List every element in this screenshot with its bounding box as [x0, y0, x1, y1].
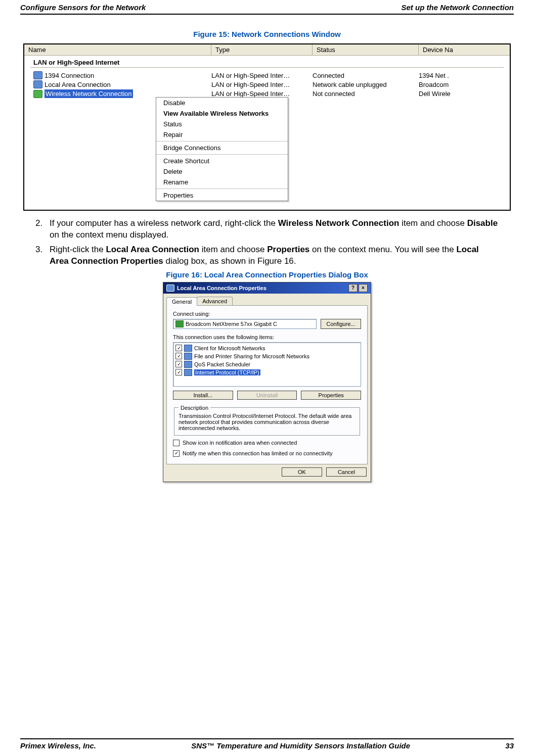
component-icon: [184, 361, 192, 368]
dialog-titlebar[interactable]: Local Area Connection Properties ? ×: [163, 282, 371, 294]
component-icon: [184, 353, 192, 360]
connection-row[interactable]: Local Area Connection LAN or High-Speed …: [24, 80, 510, 89]
dialog-title: Local Area Connection Properties: [177, 285, 266, 291]
component-icon: [184, 369, 192, 376]
configure-button[interactable]: Configure...: [321, 319, 361, 329]
footer-left: Primex Wireless, Inc.: [20, 741, 96, 750]
conn-status: Network cable unplugged: [313, 81, 419, 88]
page-footer: Primex Wireless, Inc. SNS™ Temperature a…: [20, 738, 514, 750]
list-item-selected[interactable]: ✓ Internet Protocol (TCP/IP): [175, 368, 359, 376]
properties-button[interactable]: Properties: [301, 391, 361, 400]
col-type[interactable]: Type: [211, 44, 313, 55]
menu-disable[interactable]: Disable: [156, 98, 288, 108]
conn-type: LAN or High-Speed Inter…: [211, 72, 313, 79]
tab-advanced[interactable]: Advanced: [197, 297, 233, 305]
menu-view-networks[interactable]: View Available Wireless Networks: [156, 108, 288, 119]
menu-rename[interactable]: Rename: [156, 177, 288, 187]
show-icon-checkbox[interactable]: Show icon in notification area when conn…: [173, 440, 361, 446]
conn-type: LAN or High-Speed Inter…: [211, 90, 313, 98]
checkbox-icon[interactable]: [173, 440, 180, 446]
conn-type: LAN or High-Speed Inter…: [211, 81, 313, 88]
footer-center: SNS™ Temperature and Humidity Sensors In…: [191, 741, 410, 750]
checkbox-icon[interactable]: ✓: [175, 353, 182, 359]
menu-separator: [156, 141, 288, 141]
footer-right: 33: [505, 741, 514, 750]
step-2: 2. If your computer has a wireless netwo…: [35, 218, 499, 241]
adapter-icon: [175, 320, 184, 327]
menu-shortcut[interactable]: Create Shortcut: [156, 156, 288, 166]
context-menu: Disable View Available Wireless Networks…: [156, 97, 288, 201]
conn-device: 1394 Net .: [419, 72, 510, 79]
items-listbox[interactable]: ✓ Client for Microsoft Networks ✓ File a…: [173, 342, 361, 387]
list-item[interactable]: ✓ QoS Packet Scheduler: [175, 360, 359, 368]
description-text: Transmission Control Protocol/Internet P…: [179, 413, 355, 431]
ok-button[interactable]: OK: [282, 467, 322, 477]
header-left: Configure Sensors for the Network: [20, 3, 146, 12]
conn-name-selected: Wireless Network Connection: [45, 89, 133, 98]
checkbox-icon[interactable]: ✓: [175, 345, 182, 351]
conn-name: 1394 Connection: [45, 72, 211, 79]
list-item[interactable]: ✓ Client for Microsoft Networks: [175, 344, 359, 352]
lan-icon: [33, 71, 42, 79]
tab-general[interactable]: General: [166, 297, 197, 306]
column-headers: Name Type Status Device Na: [24, 44, 510, 56]
step-number: 2.: [35, 218, 50, 241]
dialog-tabs: General Advanced: [163, 294, 371, 305]
description-group: Description Transmission Control Protoco…: [174, 405, 360, 436]
network-connections-window: Name Type Status Device Na LAN or High-S…: [23, 43, 511, 211]
menu-properties[interactable]: Properties: [156, 190, 288, 201]
step-number: 3.: [35, 244, 50, 267]
col-device[interactable]: Device Na: [419, 44, 510, 55]
header-right: Set up the Network Connection: [401, 3, 514, 12]
uninstall-button: Uninstall: [237, 391, 297, 400]
properties-dialog: Local Area Connection Properties ? × Gen…: [163, 282, 371, 482]
component-icon: [184, 345, 192, 352]
menu-status[interactable]: Status: [156, 119, 288, 129]
step-3: 3. Right-click the Local Area Connection…: [35, 244, 499, 267]
menu-bridge[interactable]: Bridge Connections: [156, 143, 288, 153]
list-item[interactable]: ✓ File and Printer Sharing for Microsoft…: [175, 352, 359, 360]
description-legend: Description: [179, 405, 210, 411]
menu-separator: [156, 154, 288, 155]
checkbox-icon[interactable]: ✓: [175, 369, 182, 375]
figure15-caption: Figure 15: Network Connections Window: [20, 30, 514, 38]
page-header: Configure Sensors for the Network Set up…: [20, 0, 514, 15]
menu-delete[interactable]: Delete: [156, 166, 288, 177]
connect-using-label: Connect using:: [173, 311, 361, 317]
cancel-button[interactable]: Cancel: [326, 467, 367, 477]
notify-checkbox[interactable]: ✓ Notify me when this connection has lim…: [173, 450, 361, 457]
adapter-name: Broadcom NetXtreme 57xx Gigabit C: [186, 321, 277, 327]
wifi-icon: [33, 90, 42, 98]
menu-separator: [156, 188, 288, 189]
dialog-panel: Connect using: Broadcom NetXtreme 57xx G…: [166, 305, 368, 464]
connection-row[interactable]: 1394 Connection LAN or High-Speed Inter……: [24, 71, 510, 80]
lan-icon: [166, 285, 174, 292]
conn-device: Broadcom: [419, 81, 510, 88]
adapter-field[interactable]: Broadcom NetXtreme 57xx Gigabit C: [173, 319, 317, 329]
figure16-caption: Figure 16: Local Area Connection Propert…: [20, 270, 514, 279]
menu-repair[interactable]: Repair: [156, 129, 288, 140]
conn-device: Dell Wirele: [419, 90, 510, 98]
col-name[interactable]: Name: [24, 44, 211, 55]
lan-icon: [33, 80, 42, 88]
group-divider: [30, 67, 504, 68]
checkbox-icon[interactable]: ✓: [175, 361, 182, 367]
close-button[interactable]: ×: [359, 284, 368, 292]
install-button[interactable]: Install...: [173, 391, 233, 400]
items-label: This connection uses the following items…: [173, 334, 361, 340]
conn-status: Connected: [313, 72, 419, 79]
help-button[interactable]: ?: [348, 284, 358, 292]
col-status[interactable]: Status: [313, 44, 419, 55]
conn-name: Local Area Connection: [45, 81, 211, 88]
conn-status: Not connected: [313, 90, 419, 98]
checkbox-icon[interactable]: ✓: [173, 450, 180, 457]
group-label: LAN or High-Speed Internet: [24, 56, 510, 67]
